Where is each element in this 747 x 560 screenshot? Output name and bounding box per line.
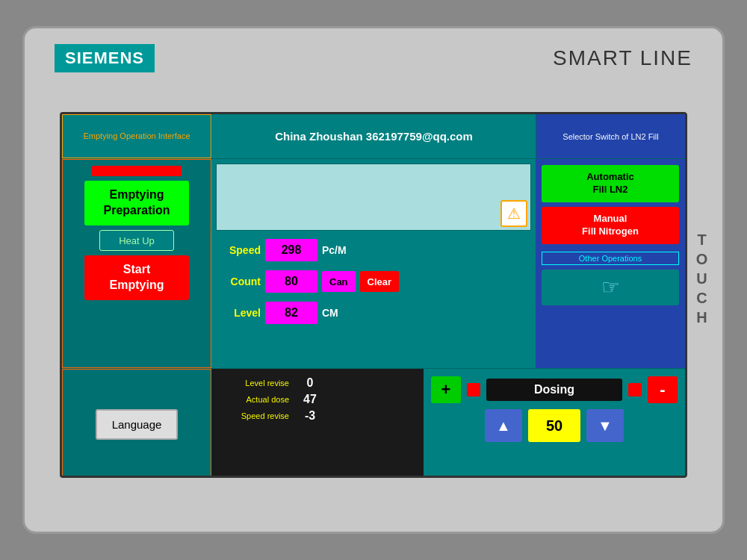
data-rows: Speed 298 Pc/M Count 80 Can Clear Level bbox=[216, 237, 531, 326]
device-header: SIEMENS SMART LINE bbox=[25, 28, 722, 88]
touch-label: TOUCH bbox=[688, 103, 715, 457]
plus-button[interactable]: + bbox=[431, 376, 461, 403]
auto-fill-button[interactable]: Automatic Fill LN2 bbox=[542, 165, 679, 202]
siemens-logo: SIEMENS bbox=[55, 44, 155, 72]
screen: Emptying Operation Interface China Zhous… bbox=[60, 112, 687, 478]
bottom-right: + Dosing - ▲ 50 ▼ bbox=[424, 369, 685, 478]
speed-revise-value: -3 bbox=[295, 409, 325, 423]
top-center-panel: China Zhoushan 362197759@qq.com bbox=[211, 114, 536, 158]
level-revise-label: Level revise bbox=[222, 379, 289, 388]
level-value: 82 bbox=[265, 302, 317, 324]
top-left-panel: Emptying Operation Interface bbox=[62, 114, 211, 158]
clear-button[interactable]: Clear bbox=[360, 271, 400, 292]
speed-label: Speed bbox=[216, 244, 261, 256]
screen-bottom: Language Level revise 0 Actual dose 47 S… bbox=[62, 368, 685, 478]
right-panel: Automatic Fill LN2 Manual Fill Nitrogen … bbox=[536, 159, 685, 368]
dose-nav-row: ▲ 50 ▼ bbox=[431, 409, 678, 442]
manual-fill-button[interactable]: Manual Fill Nitrogen bbox=[542, 207, 679, 244]
level-revise-value: 0 bbox=[295, 376, 325, 390]
center-panel: ⚠ Speed 298 Pc/M Count 80 Can Clear bbox=[211, 159, 536, 368]
dosing-label: Dosing bbox=[486, 379, 622, 401]
screen-main: Emptying Preparation Heat Up Start Empty… bbox=[62, 159, 685, 368]
language-button[interactable]: Language bbox=[96, 409, 179, 440]
actual-dose-value: 47 bbox=[295, 393, 325, 406]
dosing-top-row: + Dosing - bbox=[431, 376, 678, 403]
up-button[interactable]: ▲ bbox=[485, 409, 522, 442]
selector-switch-label: Selector Switch of LN2 Fill bbox=[562, 132, 658, 141]
display-box: ⚠ bbox=[216, 164, 531, 231]
level-label: Level bbox=[216, 307, 261, 319]
emptying-preparation-button[interactable]: Emptying Preparation bbox=[84, 181, 189, 225]
minus-button[interactable]: - bbox=[648, 376, 678, 403]
speed-revise-label: Speed revise bbox=[222, 411, 289, 420]
screen-topbar: Emptying Operation Interface China Zhous… bbox=[62, 114, 685, 159]
emptying-operation-label: Emptying Operation Interface bbox=[83, 131, 190, 141]
level-revise-row: Level revise 0 bbox=[222, 376, 413, 390]
red-indicator bbox=[467, 383, 480, 396]
level-unit: CM bbox=[322, 307, 359, 319]
speed-revise-row: Speed revise -3 bbox=[222, 409, 413, 423]
actual-dose-row: Actual dose 47 bbox=[222, 393, 413, 406]
speed-row: Speed 298 Pc/M bbox=[216, 237, 531, 264]
speed-unit: Pc/M bbox=[322, 244, 359, 256]
contact-info: China Zhoushan 362197759@qq.com bbox=[275, 130, 473, 143]
smart-line-text: SMART LINE bbox=[553, 46, 692, 70]
start-emptying-button[interactable]: Start Emptying bbox=[84, 255, 189, 300]
level-row: Level 82 CM bbox=[216, 299, 531, 326]
other-ops-button[interactable]: ☞ bbox=[542, 270, 679, 305]
actual-dose-label: Actual dose bbox=[222, 395, 289, 404]
red-bar-indicator bbox=[92, 166, 182, 176]
speed-value: 298 bbox=[265, 239, 317, 261]
bottom-left: Language bbox=[62, 369, 211, 478]
can-button[interactable]: Can bbox=[322, 271, 356, 292]
count-label: Count bbox=[216, 276, 261, 287]
left-panel: Emptying Preparation Heat Up Start Empty… bbox=[62, 159, 211, 368]
other-ops-label: Other Operations bbox=[542, 252, 679, 265]
down-button[interactable]: ▼ bbox=[586, 409, 624, 442]
warning-icon: ⚠ bbox=[500, 200, 527, 227]
bottom-center: Level revise 0 Actual dose 47 Speed revi… bbox=[211, 369, 424, 478]
count-row: Count 80 Can Clear bbox=[216, 268, 531, 295]
hand-icon: ☞ bbox=[601, 275, 620, 299]
red-indicator-2 bbox=[628, 383, 642, 396]
count-value: 80 bbox=[265, 270, 317, 293]
device-panel: SIEMENS SMART LINE TOUCH Emptying Operat… bbox=[22, 26, 725, 534]
top-right-panel: Selector Switch of LN2 Fill bbox=[536, 114, 685, 158]
dose-value: 50 bbox=[528, 409, 580, 442]
heat-up-button[interactable]: Heat Up bbox=[99, 230, 174, 251]
